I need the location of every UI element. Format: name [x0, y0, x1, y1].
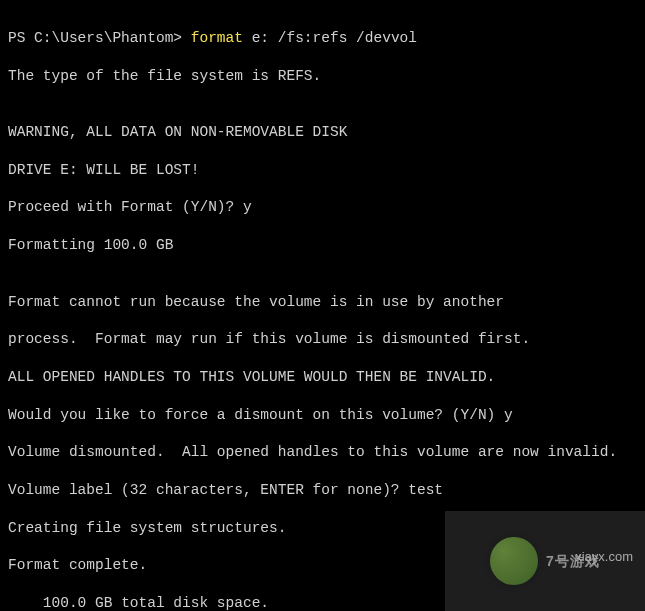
output-line: WARNING, ALL DATA ON NON-REMOVABLE DISK	[8, 123, 637, 142]
output-line: ALL OPENED HANDLES TO THIS VOLUME WOULD …	[8, 368, 637, 387]
output-line: Would you like to force a dismount on th…	[8, 406, 637, 425]
output-line: 100.0 GB total disk space.	[8, 594, 637, 611]
output-line: process. Format may run if this volume i…	[8, 330, 637, 349]
output-line: The type of the file system is REFS.	[8, 67, 637, 86]
command-format: format	[191, 30, 243, 46]
output-line: Proceed with Format (Y/N)? y	[8, 198, 637, 217]
output-line: DRIVE E: WILL BE LOST!	[8, 161, 637, 180]
output-line: Volume dismounted. All opened handles to…	[8, 443, 637, 462]
ps-prompt: PS C:\Users\Phantom>	[8, 30, 191, 46]
prompt-line: PS C:\Users\Phantom> format e: /fs:refs …	[8, 29, 637, 48]
terminal-output: PS C:\Users\Phantom> format e: /fs:refs …	[8, 10, 637, 611]
output-line: Volume label (32 characters, ENTER for n…	[8, 481, 637, 500]
output-line: Format cannot run because the volume is …	[8, 293, 637, 312]
output-line: Format complete.	[8, 556, 637, 575]
command-args: e: /fs:refs /devvol	[243, 30, 417, 46]
output-line: Formatting 100.0 GB	[8, 236, 637, 255]
output-line: Creating file system structures.	[8, 519, 637, 538]
